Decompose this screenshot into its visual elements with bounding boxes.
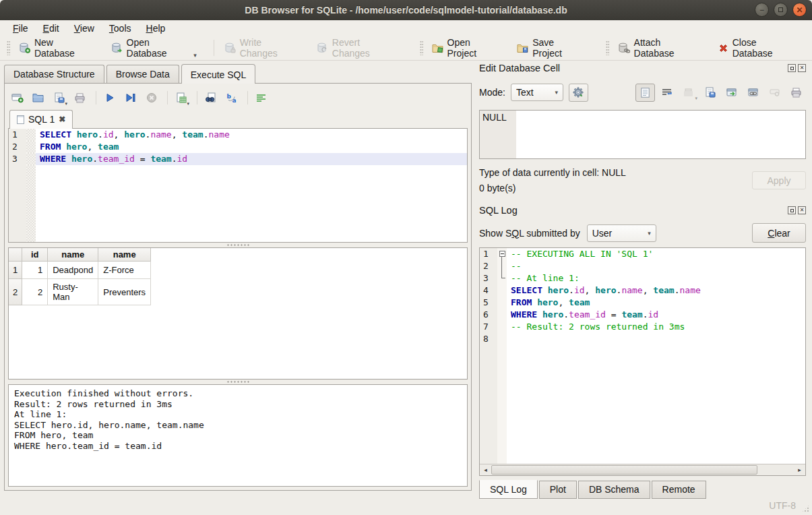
fold-margin[interactable] bbox=[497, 248, 507, 260]
menu-edit[interactable]: Edit bbox=[36, 22, 67, 35]
maximize-icon[interactable] bbox=[774, 3, 788, 17]
link-icon bbox=[748, 88, 759, 97]
close-tab-icon[interactable]: ✖ bbox=[59, 115, 65, 124]
attach-database-button[interactable]: Attach Database bbox=[613, 34, 707, 62]
menu-file[interactable]: File bbox=[5, 22, 36, 35]
format-sql-button[interactable] bbox=[252, 89, 270, 107]
splitter-handle[interactable] bbox=[8, 380, 468, 384]
print-sql-button[interactable] bbox=[71, 89, 89, 107]
menu-help[interactable]: Help bbox=[139, 22, 173, 35]
dock-tab-remote[interactable]: Remote bbox=[652, 481, 706, 499]
toolbar-drag-handle[interactable] bbox=[606, 40, 609, 55]
app-window: DB Browser for SQLite - /home/user/code/… bbox=[0, 0, 812, 515]
table-cell[interactable]: Preventers bbox=[98, 279, 151, 305]
sql-editor[interactable]: 1SELECT hero.id, hero.name, team.name2FR… bbox=[8, 128, 468, 243]
find-button[interactable] bbox=[201, 89, 220, 107]
column-header-name[interactable]: name bbox=[48, 248, 98, 262]
save-sql-file-button[interactable]: ▾ bbox=[50, 89, 68, 107]
scrollbar-thumb[interactable] bbox=[491, 465, 757, 475]
line-number: 2 bbox=[9, 141, 26, 153]
cell-value-editor[interactable]: NULL bbox=[479, 110, 806, 159]
table-cell[interactable]: Rusty-Man bbox=[48, 279, 98, 305]
menu-view[interactable]: View bbox=[67, 22, 102, 35]
code-line[interactable]: 5FROM hero, team bbox=[480, 297, 805, 309]
close-panel-icon[interactable]: ✕ bbox=[798, 64, 806, 72]
tab-execute-sql[interactable]: Execute SQL bbox=[181, 64, 256, 84]
cell-info-row: Type of data currently in cell: NULL 0 b… bbox=[479, 167, 806, 193]
column-header-id[interactable]: id bbox=[22, 248, 48, 262]
code-line[interactable]: 2-- bbox=[480, 260, 805, 272]
execute-sql-button[interactable] bbox=[100, 89, 119, 107]
minimize-icon[interactable]: − bbox=[755, 3, 769, 17]
row-header[interactable]: 1 bbox=[9, 262, 22, 279]
open-database-button[interactable]: Open Database ▾ bbox=[106, 34, 201, 62]
close-icon[interactable]: ✕ bbox=[792, 3, 807, 17]
code-line[interactable]: 8 bbox=[480, 333, 805, 345]
save-project-button[interactable]: Save Project bbox=[512, 34, 589, 62]
sql-log-editor[interactable]: 1-- EXECUTING ALL IN 'SQL 1'2--3-- At li… bbox=[480, 248, 805, 464]
row-header[interactable]: 2 bbox=[9, 279, 22, 305]
editor-empty-area[interactable] bbox=[480, 345, 805, 464]
toolbar-separator bbox=[167, 91, 168, 104]
table-cell[interactable]: 1 bbox=[22, 262, 48, 279]
tab-database-structure[interactable]: Database Structure bbox=[4, 65, 104, 83]
table-cell[interactable]: Deadpond bbox=[48, 262, 98, 279]
toolbar-drag-handle[interactable] bbox=[7, 40, 10, 55]
auto-switch-mode-button[interactable] bbox=[569, 84, 588, 102]
link-data-button[interactable] bbox=[743, 84, 763, 102]
save-menu-caret[interactable]: ▾ bbox=[65, 101, 67, 107]
new-database-button[interactable]: New Database bbox=[14, 34, 100, 62]
mode-select[interactable]: Text ▾ bbox=[511, 84, 563, 101]
open-in-external-button[interactable] bbox=[722, 84, 741, 102]
word-wrap-button[interactable] bbox=[657, 84, 677, 102]
stop-icon bbox=[146, 92, 157, 103]
close-database-button[interactable]: Close Database bbox=[714, 34, 803, 62]
open-sql-file-button[interactable] bbox=[29, 89, 47, 107]
code-line[interactable]: 6WHERE hero.team_id = team.id bbox=[480, 309, 805, 321]
open-project-button[interactable]: Open Project bbox=[427, 34, 506, 62]
close-panel-icon[interactable]: ✕ bbox=[798, 206, 806, 214]
code-line[interactable]: 4SELECT hero.id, hero.name, team.name bbox=[480, 284, 805, 297]
dock-tab-sql-log[interactable]: SQL Log bbox=[479, 480, 538, 499]
print-cell-button[interactable] bbox=[786, 84, 806, 102]
scrollbar-track[interactable] bbox=[491, 464, 794, 475]
export-results-button[interactable]: ▾ bbox=[172, 89, 190, 107]
dock-tab-db-schema[interactable]: DB Schema bbox=[578, 481, 650, 499]
float-panel-icon[interactable] bbox=[788, 64, 796, 72]
code-line[interactable]: 1SELECT hero.id, hero.name, team.name bbox=[9, 129, 467, 141]
grid-corner[interactable] bbox=[9, 248, 22, 262]
code-line[interactable]: 2FROM hero, team bbox=[9, 141, 467, 153]
code-line[interactable]: 7-- Result: 2 rows returned in 3ms bbox=[480, 321, 805, 333]
tab-browse-data[interactable]: Browse Data bbox=[106, 65, 179, 83]
toolbar-drag-handle[interactable] bbox=[420, 40, 423, 55]
export-cell-data-button[interactable] bbox=[700, 84, 720, 102]
float-panel-icon[interactable] bbox=[788, 206, 796, 214]
execute-sql-pane: ▾ ▾ ba SQL 1 bbox=[4, 83, 472, 491]
resize-grip-icon[interactable] bbox=[801, 504, 810, 513]
sql-file-tab[interactable]: SQL 1 ✖ bbox=[9, 110, 73, 129]
code-line[interactable]: 3WHERE hero.team_id = team.id bbox=[9, 153, 467, 165]
submitted-by-select[interactable]: User ▾ bbox=[587, 224, 656, 242]
code-line[interactable]: 3-- At line 1: bbox=[480, 272, 805, 284]
line-number: 1 bbox=[9, 129, 26, 141]
menu-tools[interactable]: Tools bbox=[102, 22, 139, 35]
code-line[interactable]: 1-- EXECUTING ALL IN 'SQL 1' bbox=[480, 248, 805, 260]
execute-current-line-button[interactable] bbox=[121, 89, 139, 107]
table-cell[interactable]: Z-Force bbox=[98, 262, 151, 279]
table-row: 22Rusty-ManPreventers bbox=[9, 279, 151, 305]
execution-status-box[interactable]: Execution finished without errors. Resul… bbox=[8, 384, 468, 487]
export-menu-caret[interactable]: ▾ bbox=[187, 101, 189, 107]
table-cell[interactable]: 2 bbox=[22, 279, 48, 305]
new-sql-tab-button[interactable] bbox=[8, 89, 26, 107]
fold-collapse-icon[interactable] bbox=[499, 251, 505, 257]
splitter-handle[interactable] bbox=[8, 243, 468, 247]
scroll-left-icon[interactable]: ◂ bbox=[480, 464, 491, 475]
editor-empty-area[interactable] bbox=[9, 165, 467, 242]
find-replace-button[interactable]: ba bbox=[222, 89, 241, 107]
column-header-name[interactable]: name bbox=[98, 248, 151, 262]
text-mode-button[interactable] bbox=[635, 84, 655, 102]
scroll-right-icon[interactable]: ▸ bbox=[794, 464, 805, 475]
dock-tab-plot[interactable]: Plot bbox=[539, 481, 577, 499]
clear-log-button[interactable]: Clear bbox=[752, 223, 806, 243]
open-database-menu-caret[interactable]: ▾ bbox=[193, 52, 197, 59]
